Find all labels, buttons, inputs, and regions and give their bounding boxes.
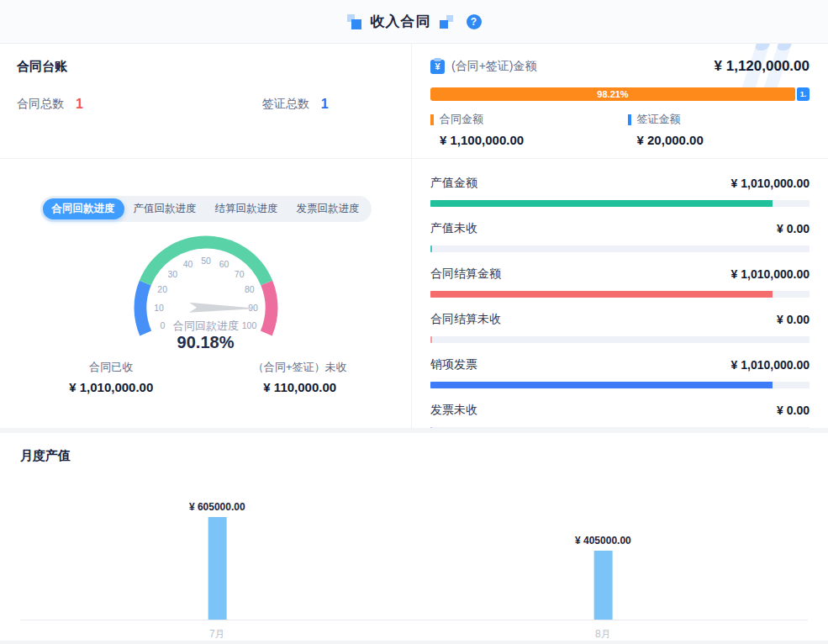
fin-progress-track [430, 200, 810, 207]
fin-row-settlement-amount: 合同结算金额 ¥ 1,010,000.00 [430, 267, 810, 298]
fin-label: 销项发票 [430, 357, 477, 372]
title-decoration-left-icon [347, 14, 362, 29]
fin-row-settlement-unreceived: 合同结算未收 ¥ 0.00 [430, 312, 810, 343]
unreceived-value: ¥ 110,000.00 [206, 380, 395, 394]
bar-august [593, 551, 612, 620]
svg-text:70: 70 [234, 269, 244, 279]
contract-progress-segment: 98.21% [430, 87, 795, 101]
bar-value-label: ¥ 605000.00 [189, 501, 245, 513]
fin-progress-fill [430, 336, 432, 343]
contract-legend-marker [430, 114, 434, 125]
svg-text:40: 40 [182, 259, 192, 269]
top-section: 合同台账 合同总数 1 签证总数 1 ¥ (合同+签证)金额 ¥ 1,120,0… [0, 44, 828, 428]
unreceived-label: （合同+签证）未收 [206, 360, 395, 375]
visa-amount-label: 签证金额 [637, 112, 681, 127]
bar-value-label: ¥ 405000.00 [575, 535, 631, 546]
svg-text:合同回款进度: 合同回款进度 [173, 319, 239, 332]
received-label: 合同已收 [17, 360, 206, 375]
svg-text:80: 80 [244, 284, 254, 294]
progress-tabs: 合同回款进度 产值回款进度 结算回款进度 发票回款进度 [40, 196, 372, 222]
fin-progress-fill [430, 245, 432, 252]
visa-legend-marker [628, 114, 631, 125]
fin-label: 产值金额 [430, 176, 477, 191]
gauge-chart: 0102030405060708090100合同回款进度 [17, 229, 394, 345]
fin-progress-track [430, 245, 810, 252]
fin-row-output-invoice: 销项发票 ¥ 1,010,000.00 [430, 357, 810, 388]
fin-progress-fill [430, 291, 773, 298]
fin-value: ¥ 0.00 [777, 222, 810, 235]
svg-text:50: 50 [201, 256, 211, 266]
total-amount-card: ¥ (合同+签证)金额 ¥ 1,120,000.00 98.21% 1. 合同金… [412, 44, 828, 159]
contract-count-stat: 合同总数 1 [17, 97, 262, 112]
gauge-percent-value: 90.18% [17, 333, 394, 352]
unreceived-stat: （合同+签证）未收 ¥ 110,000.00 [206, 360, 395, 394]
bar-group-august: ¥ 405000.00 8月 [575, 535, 631, 620]
svg-text:10: 10 [154, 303, 164, 313]
svg-text:0: 0 [160, 320, 165, 330]
axis-label-july: 7月 [209, 627, 225, 641]
tab-settlement-repayment[interactable]: 结算回款进度 [206, 198, 287, 219]
ledger-title: 合同台账 [17, 59, 394, 75]
visa-count-value: 1 [321, 97, 329, 112]
fin-row-output-amount: 产值金额 ¥ 1,010,000.00 [430, 176, 810, 207]
fin-progress-fill [430, 427, 432, 428]
contract-amount-label: 合同金额 [440, 112, 483, 127]
contract-amount-legend: 合同金额 ¥ 1,100,000.00 [430, 112, 628, 147]
visa-count-label: 签证总数 [262, 97, 309, 112]
repayment-progress-panel: 合同回款进度 产值回款进度 结算回款进度 发票回款进度 010203040506… [0, 159, 412, 428]
tab-output-repayment[interactable]: 产值回款进度 [124, 198, 206, 219]
fin-progress-track [430, 336, 810, 343]
monthly-output-title: 月度产值 [20, 448, 808, 464]
page-title: 收入合同 [371, 12, 431, 31]
fin-value: ¥ 1,010,000.00 [731, 177, 810, 190]
fin-label: 产值未收 [430, 221, 477, 236]
contract-amount-value: ¥ 1,100,000.00 [440, 133, 628, 147]
fin-value: ¥ 0.00 [777, 404, 810, 417]
visa-count-stat: 签证总数 1 [262, 97, 394, 112]
fin-label: 合同结算金额 [430, 267, 501, 282]
financial-summary-panel: 产值金额 ¥ 1,010,000.00 产值未收 ¥ 0.00 合同结算金额 ¥… [412, 159, 828, 428]
fin-row-invoice-unreceived: 发票未收 ¥ 0.00 [430, 403, 810, 428]
fin-label: 合同结算未收 [430, 312, 501, 327]
monthly-bar-chart: ¥ 605000.00 7月 ¥ 405000.00 8月 [20, 479, 808, 620]
fin-value: ¥ 1,010,000.00 [731, 267, 810, 281]
total-amount-value: ¥ 1,120,000.00 [715, 58, 810, 75]
total-amount-label: (合同+签证)金额 [451, 59, 537, 74]
svg-text:20: 20 [157, 284, 167, 294]
billing-icon: ¥ [430, 60, 445, 74]
svg-text:90: 90 [248, 303, 258, 313]
fin-value: ¥ 0.00 [777, 313, 810, 326]
visa-progress-segment: 1. [797, 87, 810, 101]
svg-text:100: 100 [241, 320, 256, 330]
fin-progress-track [430, 427, 810, 428]
received-value: ¥ 1,010,000.00 [17, 380, 206, 394]
fin-label: 发票未收 [430, 403, 477, 418]
fin-progress-fill [430, 382, 773, 388]
fin-progress-track [430, 382, 810, 388]
visa-amount-value: ¥ 20,000.00 [637, 133, 810, 147]
title-decoration-right-icon [440, 14, 455, 29]
fin-progress-fill [430, 200, 773, 207]
contract-ledger-card: 合同台账 合同总数 1 签证总数 1 [0, 44, 412, 159]
app-header: 收入合同 ? [0, 0, 828, 44]
axis-label-august: 8月 [595, 627, 611, 641]
visa-amount-legend: 签证金额 ¥ 20,000.00 [628, 112, 810, 147]
fin-progress-track [430, 291, 810, 298]
bar-group-july: ¥ 605000.00 7月 [189, 501, 245, 620]
bar-july [208, 517, 226, 620]
monthly-output-card: 月度产值 ¥ 605000.00 7月 ¥ 405000.00 8月 [0, 433, 828, 641]
svg-text:60: 60 [219, 259, 229, 269]
fin-row-output-unreceived: 产值未收 ¥ 0.00 [430, 221, 810, 252]
tab-contract-repayment[interactable]: 合同回款进度 [43, 198, 124, 219]
contract-count-label: 合同总数 [17, 97, 64, 112]
received-stat: 合同已收 ¥ 1,010,000.00 [17, 360, 206, 394]
tab-invoice-repayment[interactable]: 发票回款进度 [287, 198, 369, 219]
contract-count-value: 1 [76, 97, 83, 112]
help-icon[interactable]: ? [467, 14, 482, 29]
svg-text:30: 30 [167, 269, 177, 279]
fin-value: ¥ 1,010,000.00 [731, 358, 810, 372]
amount-split-progress-bar: 98.21% 1. [430, 87, 810, 101]
